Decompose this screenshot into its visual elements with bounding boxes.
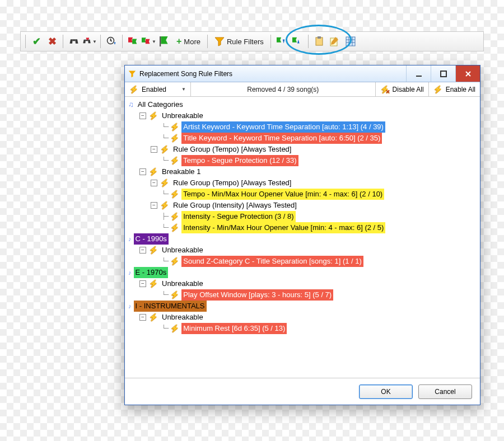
dialog-buttonbar: OK Cancel <box>125 378 480 405</box>
ok-button[interactable]: OK <box>359 384 413 399</box>
pencil-note-icon <box>330 36 340 46</box>
disable-all-button[interactable]: ⚡Disable All <box>376 82 429 96</box>
tree-rule[interactable]: └─⚡ Tempo - Segue Protection (12 / 33) <box>128 155 477 166</box>
tree-rule[interactable]: └─⚡ Artist Keyword - Keyword Time Separa… <box>128 121 477 133</box>
rule-tree[interactable]: ♫ All Categories −⚡ Unbreakable └─⚡ Arti… <box>125 97 480 378</box>
tree-rule[interactable]: └─⚡ Minimum Rest [6d 6:35] (5 / 13) <box>128 323 477 334</box>
removed-status: Removed 4 / 39 song(s) <box>191 82 376 96</box>
tree-rule[interactable]: └─⚡ Title Keyword - Keyword Time Separat… <box>128 133 477 144</box>
tree-subgroup[interactable]: −⚡ Rule Group (Tempo) [Always Tested] <box>128 177 477 189</box>
minimize-button[interactable] <box>406 65 431 82</box>
svg-rect-3 <box>318 36 321 39</box>
maximize-button[interactable] <box>431 65 455 82</box>
tree-subgroup[interactable]: −⚡ Rule Group (Tempo) [Always Tested] <box>128 144 477 155</box>
svg-rect-5 <box>346 37 355 46</box>
binoculars-icon <box>69 36 79 46</box>
flag-green-red-button[interactable]: ▼ <box>142 34 156 49</box>
expander-icon[interactable]: − <box>139 280 146 287</box>
funnel-icon <box>214 36 225 46</box>
filter-toolbar: ⚡Enabled ▼ Removed 4 / 39 song(s) ⚡Disab… <box>125 82 480 97</box>
clipboard-icon <box>314 36 324 46</box>
expander-icon[interactable]: − <box>139 168 146 175</box>
music-icon: ♫ <box>128 99 134 110</box>
tree-rule[interactable]: ├─⚡ Intensity - Segue Protection (3 / 8) <box>128 211 477 222</box>
main-toolbar: ✔ ✖ ▼ ▼ + More Rule Filters <box>20 31 484 51</box>
more-label: More <box>184 37 200 46</box>
edit-note-button[interactable] <box>328 34 342 49</box>
reject-button[interactable]: ✖ <box>45 34 59 49</box>
svg-rect-7 <box>441 71 446 77</box>
svg-rect-2 <box>316 37 323 45</box>
tree-rule[interactable]: └─⚡ Play Offset Window [plays: 3 - hours… <box>128 289 477 301</box>
flag-down-icon <box>277 36 287 46</box>
grid-icon <box>346 36 356 46</box>
expander-icon[interactable]: − <box>139 112 146 119</box>
tree-category[interactable]: ♪ I - INSTRUMENTALS <box>128 301 477 312</box>
titlebar: Replacement Song Rule Filters <box>125 65 480 82</box>
tree-group[interactable]: −⚡ Breakable 1 <box>128 166 477 177</box>
binoculars-button[interactable] <box>67 34 81 49</box>
more-button[interactable]: + More <box>173 34 204 49</box>
flag-green-down-button[interactable] <box>274 34 289 49</box>
tree-group[interactable]: −⚡ Unbreakable <box>128 312 477 323</box>
expander-icon[interactable]: − <box>139 247 146 254</box>
clipboard-button[interactable] <box>312 34 326 49</box>
tree-rule[interactable]: └─⚡ Intensity - Min/Max Hour Opener Valu… <box>128 222 477 233</box>
tree-group[interactable]: −⚡ Unbreakable <box>128 278 477 289</box>
expander-icon[interactable]: − <box>139 314 146 321</box>
flag-up-icon <box>292 36 302 46</box>
window-title: Replacement Song Rule Filters <box>139 70 403 78</box>
binoculars-heart-icon <box>82 36 91 46</box>
enable-all-button[interactable]: ⚡Enable All <box>429 82 480 96</box>
tree-group[interactable]: −⚡ Unbreakable <box>128 110 477 121</box>
clock-icon <box>106 36 116 46</box>
enabled-dropdown[interactable]: ⚡Enabled ▼ <box>125 82 191 96</box>
expander-icon[interactable]: − <box>151 146 157 153</box>
binoculars-fav-button[interactable]: ▼ <box>82 34 97 49</box>
tree-category[interactable]: ♪ C - 1990s <box>128 233 477 245</box>
flag-red-green-button[interactable] <box>126 34 141 49</box>
tree-rule[interactable]: └─⚡ Tempo - Min/Max Hour Opener Value [m… <box>128 189 477 200</box>
note-icon: ♪ <box>128 301 132 312</box>
rule-filters-button[interactable]: Rule Filters <box>211 34 267 49</box>
accept-button[interactable]: ✔ <box>29 34 44 49</box>
flag-pair-icon <box>128 36 138 46</box>
flag-green-button[interactable] <box>157 34 172 49</box>
svg-rect-1 <box>160 36 161 46</box>
tree-subgroup[interactable]: −⚡ Rule Group (Intensity) [Always Tested… <box>128 200 477 211</box>
tree-root[interactable]: ♫ All Categories <box>128 99 477 110</box>
close-button[interactable] <box>455 65 480 82</box>
tree-category[interactable]: ♪ E - 1970s <box>128 267 477 278</box>
expander-icon[interactable]: − <box>151 180 157 186</box>
tree-group[interactable]: −⚡ Unbreakable <box>128 245 477 256</box>
app-icon <box>128 70 136 78</box>
note-icon: ♪ <box>128 267 132 278</box>
expander-icon[interactable]: − <box>151 202 157 209</box>
tree-rule[interactable]: └─⚡ Sound Z-Category C - Title Separatio… <box>128 256 477 267</box>
flag-green-icon <box>160 36 170 46</box>
cancel-button[interactable]: Cancel <box>418 384 472 399</box>
flag-pair-icon <box>142 36 151 46</box>
rule-filters-dialog: Replacement Song Rule Filters ⚡Enabled ▼… <box>124 65 480 405</box>
svg-rect-6 <box>416 76 422 77</box>
flag-green-up-button[interactable] <box>290 34 305 49</box>
note-icon: ♪ <box>128 233 132 245</box>
clock-down-button[interactable] <box>104 34 119 49</box>
rule-filters-label: Rule Filters <box>227 37 264 46</box>
grid-button[interactable] <box>343 34 358 49</box>
